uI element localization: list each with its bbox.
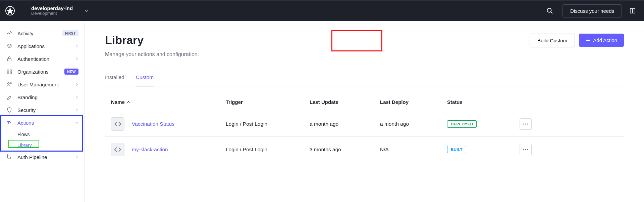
code-icon [111, 143, 124, 156]
sidebar-subitem-label: Library [17, 143, 32, 148]
svg-rect-6 [10, 70, 12, 72]
svg-point-16 [525, 149, 526, 150]
layout: Activity FIRST Applications Authenticati… [0, 21, 644, 202]
main-content: Library Manage your actions and configur… [85, 21, 644, 202]
tenant-env: Development [31, 11, 73, 16]
cell-last-update: 3 months ago [310, 147, 380, 153]
sidebar-item-label: User Management [17, 82, 70, 87]
add-action-label: Add Action [593, 37, 617, 43]
page-subtitle: Manage your actions and configuration. [105, 51, 530, 57]
table-row: my-slack-action Login / Post Login 3 mon… [105, 137, 624, 162]
cell-last-update: a month ago [310, 121, 380, 127]
tenant-switcher[interactable]: developerday-ind Development [31, 5, 73, 16]
plus-icon [586, 38, 590, 43]
sidebar-item-branding[interactable]: Branding [0, 91, 85, 104]
sidebar-item-label: Branding [17, 94, 70, 100]
table-header-row: Name Trigger Last Update Last Deploy Sta… [105, 93, 624, 111]
sidebar-item-label: Authentication [17, 56, 70, 62]
chevron-right-icon [75, 95, 78, 99]
th-last-deploy[interactable]: Last Deploy [380, 99, 447, 105]
cell-last-deploy: N/A [380, 147, 447, 153]
chevron-right-icon [75, 44, 78, 48]
row-menu-button[interactable] [520, 144, 532, 155]
sidebar-item-actions[interactable]: Actions [0, 116, 85, 129]
sidebar-item-label: Organizations [17, 69, 60, 75]
auth0-logo [5, 6, 15, 15]
svg-rect-7 [7, 72, 9, 74]
chevron-right-icon [75, 155, 78, 159]
svg-point-1 [547, 8, 551, 12]
sort-up-icon [127, 100, 130, 104]
sidebar-item-auth-pipeline[interactable]: Auth Pipeline [0, 151, 85, 163]
cell-trigger: Login / Post Login [226, 147, 310, 153]
th-name[interactable]: Name [105, 99, 226, 105]
chevron-down-icon [75, 121, 78, 124]
new-badge: NEW [64, 69, 78, 75]
sidebar-item-activity[interactable]: Activity FIRST [0, 27, 85, 40]
users-icon [6, 81, 13, 88]
search-icon[interactable] [542, 5, 558, 17]
chevron-right-icon [75, 83, 78, 86]
th-last-update[interactable]: Last Update [310, 99, 380, 105]
chevron-right-icon [75, 108, 78, 112]
th-name-label: Name [111, 99, 125, 105]
svg-rect-4 [8, 58, 11, 61]
sidebar-item-label: Applications [17, 43, 70, 49]
tabs: Installed Custom [105, 74, 624, 86]
row-menu-button[interactable] [520, 118, 532, 130]
svg-point-9 [8, 83, 9, 84]
sidebar-item-label: Auth Pipeline [17, 154, 70, 160]
th-trigger[interactable]: Trigger [226, 99, 310, 105]
action-name-link[interactable]: Vaccination Status [132, 121, 174, 127]
page-header: Library Manage your actions and configur… [105, 34, 624, 57]
sidebar-item-label: Security [17, 107, 70, 113]
add-action-button[interactable]: Add Action [579, 34, 624, 47]
status-badge: BUILT [447, 146, 466, 153]
sidebar-item-label: Actions [17, 120, 70, 126]
chevron-right-icon [75, 57, 78, 60]
organizations-icon [6, 68, 13, 75]
shield-icon [6, 107, 13, 113]
sidebar-item-user-management[interactable]: User Management [0, 78, 85, 91]
sidebar-subitem-flows[interactable]: Flows [0, 129, 85, 140]
sidebar-item-security[interactable]: Security [0, 104, 85, 116]
actions-icon [6, 119, 13, 126]
tab-installed[interactable]: Installed [105, 74, 124, 86]
sidebar: Activity FIRST Applications Authenticati… [0, 21, 85, 202]
page-title: Library [105, 34, 530, 47]
cell-last-deploy: a month ago [380, 121, 447, 127]
auth-pipeline-icon [6, 154, 13, 160]
sidebar-item-applications[interactable]: Applications [0, 40, 85, 52]
sidebar-item-organizations[interactable]: Organizations NEW [0, 65, 85, 78]
first-badge: FIRST [62, 30, 78, 36]
svg-point-12 [523, 123, 524, 124]
svg-point-15 [523, 149, 524, 150]
lock-icon [6, 55, 13, 62]
action-name-link[interactable]: my-slack-action [132, 147, 168, 153]
vertical-divider [23, 6, 23, 15]
sidebar-item-authentication[interactable]: Authentication [0, 52, 85, 65]
svg-rect-5 [7, 70, 9, 72]
th-status[interactable]: Status [447, 99, 514, 105]
svg-rect-8 [10, 72, 12, 74]
status-badge: DEPLOYED [447, 120, 477, 128]
sidebar-subitem-library[interactable]: Library [0, 140, 85, 151]
svg-point-10 [10, 83, 12, 84]
svg-line-2 [551, 12, 553, 14]
activity-icon [6, 30, 13, 37]
discuss-your-needs-button[interactable]: Discuss your needs [562, 4, 622, 17]
tab-custom[interactable]: Custom [136, 74, 154, 86]
table-row: Vaccination Status Login / Post Login a … [105, 111, 624, 137]
topbar: developerday-ind Development Discuss you… [0, 0, 644, 21]
build-custom-button[interactable]: Build Custom [530, 34, 575, 47]
cell-trigger: Login / Post Login [226, 121, 310, 127]
sidebar-item-label: Activity [17, 31, 58, 36]
applications-icon [6, 43, 13, 49]
sidebar-subitem-label: Flows [17, 132, 30, 137]
svg-point-11 [7, 155, 8, 156]
svg-point-17 [527, 149, 528, 150]
svg-point-13 [525, 123, 526, 124]
logo-wrap: developerday-ind Development [5, 5, 89, 16]
tenant-name: developerday-ind [31, 5, 73, 11]
docs-icon[interactable] [627, 5, 639, 17]
